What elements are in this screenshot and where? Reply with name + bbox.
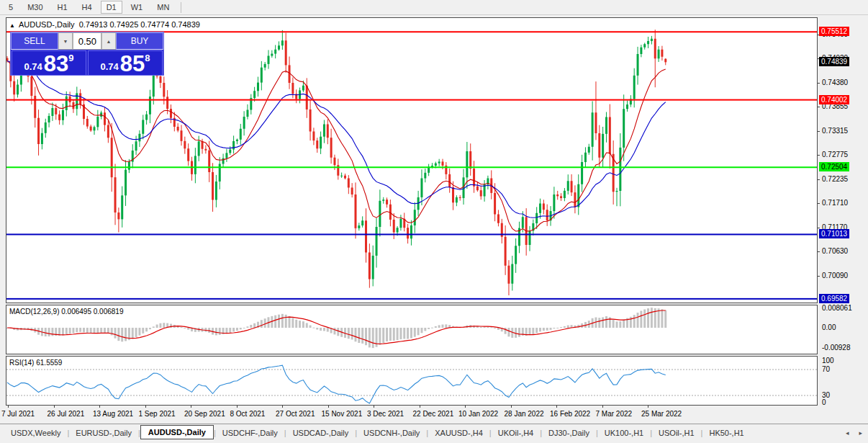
- date-tick: 10 Jan 2022: [458, 410, 498, 418]
- timeframe-button-mn[interactable]: MN: [151, 1, 175, 14]
- date-tick: 7 Jul 2021: [1, 410, 35, 418]
- date-tick: 28 Jan 2022: [505, 410, 544, 418]
- macd-layer: [6, 305, 817, 354]
- date-tick: 27 Oct 2021: [276, 410, 315, 418]
- date-tick-mark: [191, 406, 191, 408]
- axis-tick-mark: [818, 203, 820, 204]
- chart-tab-uk100-h1[interactable]: UK100-,H1: [598, 426, 650, 439]
- timeframe-button-d1[interactable]: D1: [101, 1, 122, 14]
- sell-button[interactable]: SELL: [11, 32, 58, 50]
- rsi-label: RSI(14) 61.5559: [9, 359, 62, 367]
- price-tick: 0.73315: [822, 127, 848, 135]
- sell-price-pip: 9: [68, 53, 73, 63]
- volume-down-button[interactable]: ▼: [58, 32, 73, 50]
- buy-price-prefix: 0.74: [100, 61, 118, 72]
- volume-up-button[interactable]: ▲: [101, 32, 116, 50]
- date-tick-mark: [99, 406, 100, 408]
- buy-button[interactable]: BUY: [116, 32, 163, 50]
- chart-tab-dj30-daily[interactable]: DJ30-,Daily: [542, 426, 596, 439]
- chart-tab-usdcad-daily[interactable]: USDCAD-,Daily: [286, 426, 356, 439]
- date-tick-mark: [145, 406, 146, 408]
- timeframe-button-5[interactable]: 5: [3, 1, 19, 14]
- chart-tab-hk50-h1[interactable]: HK50-,H1: [702, 426, 750, 439]
- tab-scroll-left-icon[interactable]: ◂: [846, 429, 849, 437]
- date-tick-mark: [648, 406, 648, 408]
- timeframe-button-w1[interactable]: W1: [125, 1, 149, 14]
- chart-header: ▲AUDUSD-,Daily 0.74913 0.74925 0.74774 0…: [9, 20, 200, 29]
- date-tick: 22 Dec 2021: [413, 410, 454, 418]
- trading-platform-window: 5M30H1H4D1W1MN ▲AUDUSD-,Daily 0.74913 0.…: [0, 0, 868, 443]
- rsi-scale-tick: 100: [822, 357, 834, 364]
- date-axis[interactable]: 7 Jul 202126 Jul 202113 Aug 20211 Sep 20…: [0, 406, 868, 422]
- chart-tab-usdchf-daily[interactable]: USDCHF-,Daily: [216, 426, 284, 439]
- price-level-label: 0.75512: [819, 27, 849, 36]
- price-level-label: 0.74839: [819, 57, 849, 66]
- sell-price-big: 83: [44, 54, 68, 74]
- date-tick-mark: [54, 406, 55, 408]
- rsi-scale-tick: 0: [822, 398, 826, 406]
- macd-scale-tick: 0.008061: [822, 304, 852, 312]
- chart-tab-eurusd-daily[interactable]: EURUSD-,Daily: [69, 426, 138, 439]
- price-axis[interactable]: 0.754600.749200.743800.738550.733150.727…: [818, 17, 868, 406]
- price-tick: 0.72235: [822, 175, 848, 183]
- collapse-arrow-icon[interactable]: ▲: [9, 22, 15, 29]
- chart-tab-ukoil-h4[interactable]: UKOil-,H4: [492, 426, 541, 439]
- sell-price[interactable]: 0.74 83 9: [12, 50, 86, 76]
- date-tick-mark: [8, 406, 9, 408]
- price-tick: 0.70630: [822, 247, 848, 255]
- rsi-indicator-panel[interactable]: RSI(14) 61.5559: [6, 356, 818, 406]
- one-click-trade-panel: SELL ▼ ▲ BUY 0.74 83 9 0.74 85 8: [10, 32, 164, 76]
- volume-input[interactable]: [73, 32, 101, 50]
- date-tick-mark: [602, 406, 603, 408]
- date-tick: 13 Aug 2021: [93, 410, 133, 418]
- date-tick: 25 Mar 2022: [641, 410, 682, 418]
- axis-tick-mark: [818, 228, 820, 228]
- date-tick-mark: [556, 406, 557, 408]
- axis-tick-mark: [818, 276, 820, 277]
- price-tick: 0.72775: [822, 151, 848, 158]
- axis-tick-mark: [818, 83, 820, 84]
- date-tick: 7 Mar 2022: [596, 410, 633, 418]
- chart-tab-xauusd-h4[interactable]: XAUUSD-,H4: [428, 426, 489, 439]
- axis-tick-mark: [818, 107, 820, 107]
- date-tick: 26 Jul 2021: [48, 410, 85, 418]
- macd-indicator-panel[interactable]: MACD(12,26,9) 0.006495 0.006819: [6, 305, 818, 354]
- axis-tick-mark: [818, 179, 820, 180]
- chart-tab-audusd-daily[interactable]: AUDUSD-,Daily: [140, 425, 214, 439]
- date-tick: 3 Dec 2021: [367, 410, 404, 418]
- macd-label: MACD(12,26,9) 0.006495 0.006819: [9, 308, 123, 316]
- price-level-label: 0.72504: [819, 162, 849, 171]
- sell-price-prefix: 0.74: [24, 61, 42, 72]
- tab-scroll-right-icon[interactable]: ▸: [859, 429, 862, 437]
- date-tick: 1 Sep 2021: [139, 410, 176, 418]
- price-tick: 0.71710: [822, 199, 848, 207]
- date-tick-mark: [420, 406, 420, 408]
- chart-ohlc-quote: 0.74913 0.74925 0.74774 0.74839: [79, 20, 200, 29]
- axis-tick-mark: [818, 251, 820, 252]
- timeframe-button-m30[interactable]: M30: [22, 1, 48, 14]
- chart-tab-usdx-weekly[interactable]: USDX,Weekly: [4, 426, 67, 439]
- price-level-label: 0.71013: [819, 229, 849, 238]
- date-tick: 20 Sep 2021: [184, 410, 225, 418]
- date-tick: 16 Feb 2022: [550, 410, 590, 418]
- tab-scroll-buttons: ◂ ▸: [846, 429, 862, 437]
- axis-tick-mark: [818, 155, 820, 156]
- price-level-label: 0.74002: [819, 95, 849, 104]
- date-tick: 15 Nov 2021: [322, 410, 363, 418]
- timeframe-button-h4[interactable]: H4: [76, 1, 98, 14]
- buy-price-pip: 8: [145, 53, 150, 63]
- chart-tab-usoil-h1[interactable]: USOil-,H1: [652, 426, 701, 439]
- toolbar-separator: [181, 2, 181, 13]
- chart-title: AUDUSD-,Daily: [19, 20, 75, 29]
- macd-scale-tick: -0.00928: [822, 344, 850, 352]
- price-tick: 0.74380: [822, 79, 848, 86]
- date-tick-mark: [328, 406, 329, 408]
- date-tick-mark: [465, 406, 466, 408]
- axis-tick-mark: [818, 131, 820, 132]
- timeframe-toolbar: 5M30H1H4D1W1MN: [0, 0, 868, 15]
- chart-tab-usdcnh-daily[interactable]: USDCNH-,Daily: [357, 426, 426, 439]
- chart-tab-bar: USDX,Weekly|EURUSD-,Daily|AUDUSD-,Daily|…: [0, 424, 868, 441]
- buy-price[interactable]: 0.74 85 8: [88, 50, 163, 76]
- date-tick-mark: [237, 406, 238, 408]
- timeframe-button-h1[interactable]: H1: [52, 1, 73, 14]
